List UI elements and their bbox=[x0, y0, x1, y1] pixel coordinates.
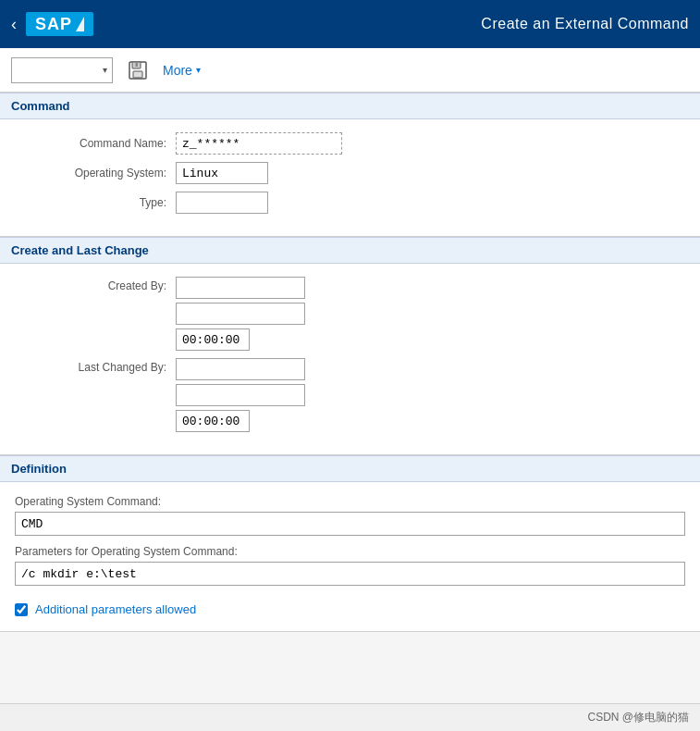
create-last-change-body: Created By: Last Changed By: bbox=[0, 264, 700, 454]
command-name-row: Command Name: bbox=[18, 132, 682, 155]
back-button[interactable]: ‹ bbox=[11, 15, 17, 34]
content-area: Command Command Name: Operating System: … bbox=[0, 93, 700, 632]
watermark-text: CSDN @修电脑的猫 bbox=[587, 711, 689, 724]
os-input[interactable] bbox=[176, 162, 268, 184]
additional-params-row: Additional parameters allowed bbox=[15, 602, 685, 616]
os-command-label: Operating System Command: bbox=[15, 495, 685, 508]
sap-logo-text: SAP bbox=[35, 16, 72, 32]
sap-logo-triangle bbox=[76, 17, 84, 31]
params-label: Parameters for Operating System Command: bbox=[15, 545, 685, 558]
last-changed-by-row: Last Changed By: bbox=[18, 358, 682, 432]
sap-logo: SAP bbox=[26, 12, 93, 36]
last-changed-by-input[interactable] bbox=[176, 358, 305, 380]
definition-section-header: Definition bbox=[0, 455, 700, 482]
save-button[interactable] bbox=[122, 58, 154, 82]
command-section: Command Command Name: Operating System: … bbox=[0, 93, 700, 237]
toolbar-select-wrapper[interactable]: ▾ bbox=[11, 57, 113, 83]
more-button[interactable]: More ▾ bbox=[163, 63, 201, 78]
os-command-input[interactable] bbox=[15, 512, 685, 536]
command-section-header: Command bbox=[0, 93, 700, 119]
create-last-change-header: Create and Last Change bbox=[0, 237, 700, 264]
page-title: Create an External Command bbox=[481, 16, 689, 32]
command-section-body: Command Name: Operating System: Type: bbox=[0, 119, 700, 236]
more-label: More bbox=[163, 63, 192, 78]
toolbar: ▾ More ▾ bbox=[0, 48, 700, 93]
created-time-input[interactable] bbox=[176, 328, 250, 351]
last-changed-fields bbox=[176, 358, 305, 432]
footer-bar: CSDN @修电脑的猫 bbox=[0, 703, 700, 731]
os-row: Operating System: bbox=[18, 162, 682, 184]
created-by-label: Created By: bbox=[18, 277, 166, 292]
created-date-input[interactable] bbox=[176, 303, 305, 325]
additional-params-checkbox[interactable] bbox=[15, 603, 28, 616]
last-changed-date-input[interactable] bbox=[176, 384, 305, 406]
created-by-input[interactable] bbox=[176, 277, 305, 299]
last-changed-by-label: Last Changed By: bbox=[18, 358, 166, 374]
additional-params-label[interactable]: Additional parameters allowed bbox=[35, 602, 196, 616]
svg-rect-3 bbox=[136, 63, 139, 67]
type-input[interactable] bbox=[176, 192, 268, 214]
command-name-input[interactable] bbox=[176, 132, 342, 155]
definition-section: Definition Operating System Command: Par… bbox=[0, 455, 700, 632]
header-bar: ‹ SAP Create an External Command bbox=[0, 0, 700, 48]
save-floppy-icon bbox=[128, 60, 148, 81]
last-changed-time-input[interactable] bbox=[176, 410, 250, 432]
more-arrow-icon: ▾ bbox=[196, 65, 201, 75]
os-label: Operating System: bbox=[18, 167, 166, 180]
created-by-row: Created By: bbox=[18, 277, 682, 351]
created-fields bbox=[176, 277, 305, 351]
type-row: Type: bbox=[18, 192, 682, 214]
params-input[interactable] bbox=[15, 562, 685, 586]
definition-body: Operating System Command: Parameters for… bbox=[0, 482, 700, 631]
command-name-label: Command Name: bbox=[18, 137, 166, 150]
toolbar-dropdown[interactable] bbox=[11, 57, 113, 83]
svg-rect-2 bbox=[133, 71, 142, 78]
create-last-change-section: Create and Last Change Created By: Last … bbox=[0, 237, 700, 455]
type-label: Type: bbox=[18, 196, 166, 209]
